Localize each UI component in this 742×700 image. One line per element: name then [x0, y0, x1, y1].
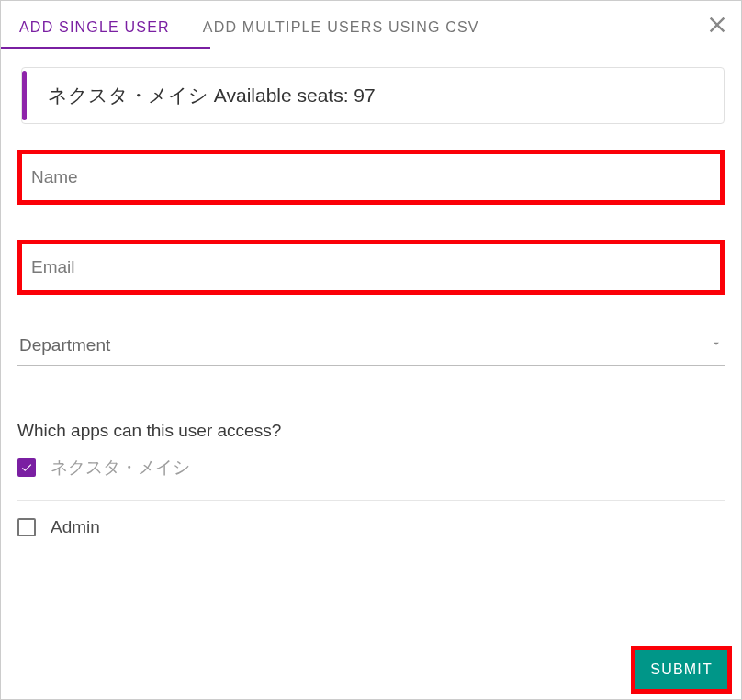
- admin-checkbox[interactable]: [17, 518, 36, 536]
- email-input[interactable]: [22, 244, 720, 290]
- submit-highlight: SUBMIT: [631, 646, 732, 694]
- name-field-wrap: [17, 150, 725, 205]
- tab-indicator: [1, 47, 210, 49]
- submit-button[interactable]: SUBMIT: [635, 650, 727, 689]
- tab-add-single-user[interactable]: ADD SINGLE USER: [17, 12, 179, 49]
- admin-checkbox-label: Admin: [51, 517, 100, 537]
- name-input[interactable]: [22, 154, 720, 200]
- seats-text: ネクスタ・メイシ Available seats: 97: [48, 83, 709, 108]
- app-checkbox[interactable]: [17, 458, 36, 477]
- app-checkbox-row: ネクスタ・メイシ: [17, 456, 725, 480]
- dialog-content: ネクスタ・メイシ Available seats: 97 Department …: [1, 49, 741, 537]
- app-checkbox-label: ネクスタ・メイシ: [51, 456, 190, 480]
- infobox-accent: [22, 71, 27, 120]
- close-icon[interactable]: [704, 12, 730, 38]
- seats-infobox: ネクスタ・メイシ Available seats: 97: [21, 67, 725, 124]
- admin-checkbox-row: Admin: [17, 517, 725, 537]
- email-highlight: [17, 240, 725, 295]
- name-highlight: [17, 150, 725, 205]
- tab-add-multiple-users[interactable]: ADD MULTIPLE USERS USING CSV: [201, 12, 489, 49]
- add-user-dialog: ADD SINGLE USER ADD MULTIPLE USERS USING…: [0, 0, 742, 700]
- apps-access-label: Which apps can this user access?: [17, 421, 725, 441]
- tab-bar: ADD SINGLE USER ADD MULTIPLE USERS USING…: [1, 1, 741, 49]
- department-select[interactable]: Department: [17, 330, 725, 366]
- department-label: Department: [19, 335, 110, 356]
- chevron-down-icon: [710, 337, 723, 354]
- email-field-wrap: [17, 240, 725, 295]
- divider: [17, 500, 725, 501]
